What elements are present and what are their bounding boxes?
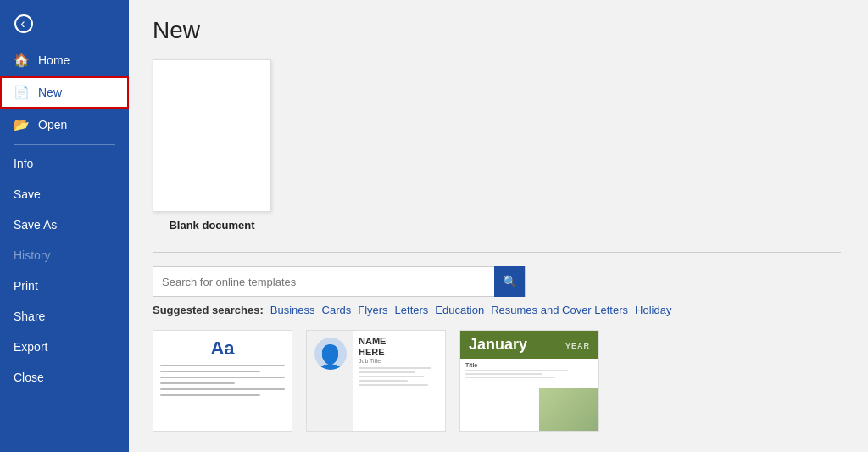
sidebar-item-new[interactable]: 📄 New — [0, 76, 129, 109]
blank-document-card[interactable]: Blank document — [153, 59, 271, 232]
featured-templates-row: Blank document — [153, 59, 841, 232]
sidebar-item-open[interactable]: 📂 Open — [0, 109, 129, 141]
back-arrow-icon — [14, 14, 33, 33]
home-icon: 🏠 — [14, 53, 30, 68]
sidebar-item-share[interactable]: Share — [0, 301, 129, 332]
search-icon: 🔍 — [503, 275, 517, 288]
main-content: New Blank document 🔍 Suggested searches:… — [129, 0, 868, 452]
sidebar-item-close[interactable]: Close — [0, 362, 129, 393]
resume-line-5 — [359, 384, 428, 386]
resume-left-panel: 👤 — [307, 331, 353, 431]
template-card-calendar[interactable]: January YEAR Title — [459, 330, 599, 432]
calendar-month: January — [469, 336, 527, 354]
suggested-cards[interactable]: Cards — [322, 304, 352, 316]
resume-right-panel: NAMEHERE Job Title — [353, 331, 445, 431]
takeover-line-4 — [160, 382, 235, 384]
takeover-line-3 — [160, 377, 285, 378]
suggested-letters[interactable]: Letters — [395, 304, 429, 316]
calendar-title-label: Title — [465, 362, 593, 368]
new-doc-icon: 📄 — [14, 85, 30, 100]
calendar-lines — [465, 370, 593, 378]
suggested-searches: Suggested searches: Business Cards Flyer… — [153, 304, 841, 316]
save-label: Save — [14, 187, 41, 201]
blank-doc-preview — [153, 59, 271, 212]
calendar-body: Title — [460, 359, 598, 431]
suggested-label: Suggested searches: — [153, 304, 264, 316]
close-label: Close — [14, 371, 44, 384]
template-thumbnails: Aa 👤 NAMEHERE Job Title — [153, 330, 841, 432]
suggested-flyers[interactable]: Flyers — [358, 304, 387, 316]
takeover-lines — [160, 365, 285, 400]
cal-line-3 — [465, 377, 555, 378]
print-label: Print — [14, 279, 38, 293]
resume-line-1 — [359, 367, 431, 369]
export-label: Export — [14, 340, 47, 354]
sidebar: 🏠 Home 📄 New 📂 Open Info Save Save As Hi… — [0, 0, 129, 452]
sidebar-item-info[interactable]: Info — [0, 148, 129, 179]
suggested-resumes-cover-letters[interactable]: Resumes and Cover Letters — [491, 304, 628, 316]
sidebar-item-history: History — [0, 240, 129, 271]
sidebar-new-label: New — [38, 86, 62, 99]
search-box: 🔍 — [153, 266, 526, 297]
template-card-resume[interactable]: 👤 NAMEHERE Job Title — [306, 330, 446, 432]
sidebar-item-save[interactable]: Save — [0, 179, 129, 209]
info-label: Info — [14, 157, 33, 170]
calendar-header: January YEAR — [460, 331, 598, 359]
search-input[interactable] — [153, 276, 494, 288]
suggested-business[interactable]: Business — [270, 304, 315, 316]
takeover-line-1 — [160, 365, 285, 366]
calendar-year: YEAR — [565, 340, 590, 350]
template-card-takeover[interactable]: Aa — [153, 330, 292, 432]
sidebar-item-export[interactable]: Export — [0, 332, 129, 362]
save-as-label: Save As — [14, 218, 57, 232]
resume-line-3 — [359, 376, 424, 377]
takeover-line-6 — [160, 394, 260, 396]
suggested-education[interactable]: Education — [435, 304, 484, 316]
takeover-line-2 — [160, 371, 260, 372]
page-title: New — [153, 17, 841, 44]
resume-line-2 — [359, 371, 415, 373]
search-button[interactable]: 🔍 — [494, 266, 525, 297]
resume-photo: 👤 — [314, 338, 347, 370]
cal-line-2 — [465, 373, 542, 375]
back-button[interactable] — [7, 7, 41, 41]
resume-name: NAMEHERE — [359, 336, 440, 358]
sidebar-divider — [14, 144, 115, 145]
open-folder-icon: 📂 — [14, 117, 30, 132]
sidebar-item-save-as[interactable]: Save As — [0, 209, 129, 240]
suggested-holiday[interactable]: Holiday — [635, 304, 671, 316]
calendar-image-strip — [539, 388, 598, 431]
sidebar-item-home[interactable]: 🏠 Home — [0, 44, 129, 76]
takeover-title: Aa — [210, 339, 234, 358]
share-label: Share — [14, 310, 45, 323]
blank-doc-label: Blank document — [169, 219, 254, 232]
sidebar-item-print[interactable]: Print — [0, 271, 129, 301]
search-area: 🔍 Suggested searches: Business Cards Fly… — [153, 266, 841, 316]
cal-line-1 — [465, 370, 568, 371]
section-divider — [153, 252, 841, 253]
sidebar-open-label: Open — [38, 118, 67, 131]
resume-line-4 — [359, 380, 408, 382]
history-label: History — [14, 248, 51, 262]
sidebar-home-label: Home — [38, 53, 70, 67]
person-icon: 👤 — [315, 346, 345, 370]
takeover-line-5 — [160, 388, 285, 390]
resume-subtitle: Job Title — [359, 358, 440, 364]
